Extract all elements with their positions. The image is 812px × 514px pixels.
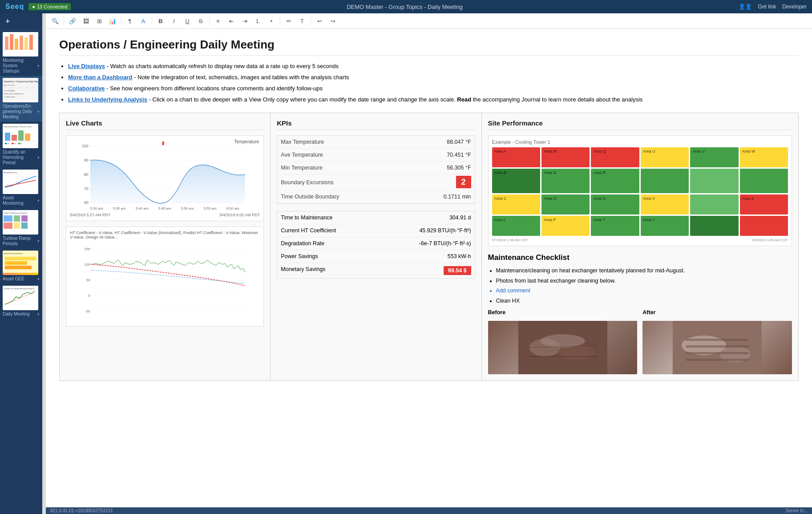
page-title: DEMO Master - Group Topics - Daily Meeti… [347,4,463,10]
kpi-row-ht-coefficient: Current HT Coefficient 45.929 BTU/(h·°F·… [277,224,474,237]
format-toolbar-btn[interactable]: T [296,15,308,27]
italic-toolbar-btn[interactable]: I [168,15,180,27]
svg-rect-84 [686,339,748,341]
bullet-links-underlying: Links to Underlying Analysis - Click on … [68,95,799,105]
sidebar-item-monitoring-system-startups[interactable]: MonitoringSystemStartups ▾ [0,30,42,76]
hm-cell-v: Area V [690,147,738,167]
temp-chart-dates: 5/4/2019 5:27 AM PDT 5/4/2019 6:02 AM PD… [70,213,260,217]
undo-toolbar-btn[interactable]: ↩ [314,15,325,27]
kpi-label-ht-coefficient: Current HT Coefficient [281,227,336,234]
sidebar-item-operations-engineering-daily-meeting[interactable]: Operations / Engineering Daily Mtg April… [0,76,42,122]
kpi-value-ave-temp: 70.451 °F [406,149,475,162]
bold-toolbar-btn[interactable]: B [155,15,166,27]
toolbar-sep-2 [121,16,121,25]
sidebar-resize-handle[interactable]: ⋮ [42,13,46,514]
temperature-chart[interactable]: Temperature 100 90 80 [66,135,264,221]
svg-text:100: 100 [82,144,89,148]
developer-btn[interactable]: Developer [782,4,807,10]
sidebar-label-3: Quantify anInterestingPeriod [3,150,25,166]
bullet-more-than-dashboard-text: - Note the integration of text, schemati… [134,74,349,81]
hm-cell-b: Area B [492,169,540,193]
indent-more-toolbar-btn[interactable]: ⇥ [239,15,250,27]
kpi-label-power-savings: Power Savings [281,253,318,259]
sidebar-label-row-3: Quantify anInterestingPeriod ▾ [3,150,40,166]
kpi-value-power-savings: 553 kW·h [448,253,471,259]
hm-cell-v3 [690,194,738,215]
maint-bullet-1: Maintenance/cleaning on heat exchanger t… [496,266,792,276]
temperature-chart-label: Temperature [234,139,259,144]
svg-text:100: 100 [84,263,90,267]
chart-toolbar-btn[interactable]: 📊 [107,15,118,27]
hm-cell-w: Area W [740,147,788,167]
hm-cell-z: Area Z [740,194,788,215]
site-performance-heatmap-wrapper: Example - Cooling Tower 1 Area A Area M … [488,135,792,246]
sidebar-label-row-5: Turbine RampPeriods ▾ [3,236,40,247]
search-toolbar-btn[interactable]: 🔍 [49,15,61,27]
toolbar: 🔍 🔗 🖼 ⊞ 📊 ¶ A B I U S ≡ ⇤ ⇥ 1. • ✏ T ↩ ↪ [46,13,812,29]
ht-coefficient-chart[interactable]: HT Coefficient - V-Value, HT Coefficient… [66,227,264,327]
hm-cell-u: Area U [641,147,689,167]
topbar-left: Seeq ● 13 Connected [5,3,71,11]
redo-toolbar-btn[interactable]: ↪ [327,15,339,27]
bullet-more-than-dashboard: More than a Dashboard - Note the integra… [68,73,799,82]
svg-text:6:00 am: 6:00 am [226,206,239,210]
kpi-row-monetary-savings: Monetary Savings 99.54 $ [277,263,474,278]
maintenance-title: Maintenance Checklist [488,253,792,262]
sidebar-item-daily-meeting[interactable]: Growth Curve Batch Monitoring Report Dai… [0,284,42,319]
kpi-label-boundary-excursions: Boundary Excursions [277,174,406,190]
hm-cell-r: Area R [591,169,639,193]
bullet-collaborative-text: - See how engineers from different locat… [106,85,323,92]
underline-toolbar-btn[interactable]: U [182,15,193,27]
add-button[interactable]: + [0,13,42,30]
sidebar-item-turbine-ramp-periods[interactable]: Cluster Performance & Values Turbine Ram… [0,208,42,249]
kpi-table-top: Max Temperature 88.047 °F Ave Temperatur… [277,136,474,203]
collaborative-link[interactable]: Collaborative [68,85,105,92]
svg-text:April 13, 2019: April 13, 2019 [4,84,15,86]
kpi-row-boundary-excursions: Boundary Excursions 2 [277,174,474,190]
svg-text:60: 60 [84,200,89,205]
site-performance-panel: Site Performance Example - Cooling Tower… [482,113,798,380]
indent-less-toolbar-btn[interactable]: ⇤ [226,15,237,27]
hm-cell-a: Area A [492,147,540,167]
svg-text:80: 80 [84,172,89,177]
links-underlying-link[interactable]: Links to Underlying Analysis [68,96,147,103]
svg-rect-43 [5,266,32,269]
get-link-btn[interactable]: Get link [758,4,776,10]
color-toolbar-btn[interactable]: A [137,15,149,27]
svg-rect-42 [5,261,27,265]
after-label: After [642,309,792,316]
align-toolbar-btn[interactable]: ≡ [212,15,224,27]
svg-rect-38 [21,223,28,229]
kpi-value-boundary-excursions: 2 [406,174,475,190]
sidebar-thumb-6: Batch Monitoring Report [3,251,38,275]
svg-text:50: 50 [86,278,90,282]
svg-text:Growth Curve Batch Monitoring : Growth Curve Batch Monitoring Report [4,287,35,290]
live-displays-link[interactable]: Live Displays [68,63,105,69]
kpi-value-degradation-rate: -6e-7 BTU/(h·°F·ft²·s) [419,240,471,247]
svg-text:70: 70 [84,186,89,191]
more-than-dashboard-link[interactable]: More than a Dashboard [68,74,132,81]
sidebar-item-asset-oee[interactable]: Batch Monitoring Report Asset OEE ▾ [0,249,42,284]
maint-bullet-3[interactable]: Add comment [496,286,792,296]
kpi-value-monetary-savings: 99.54 $ [444,266,471,275]
ordered-list-toolbar-btn[interactable]: 1. [252,15,264,27]
svg-rect-2 [10,34,13,50]
image-toolbar-btn[interactable]: 🖼 [80,15,92,27]
paragraph-toolbar-btn[interactable]: ¶ [124,15,136,27]
svg-rect-34 [4,223,12,229]
table-toolbar-btn[interactable]: ⊞ [93,15,105,27]
kpi-label-max-temp: Max Temperature [277,136,406,149]
highlight-toolbar-btn[interactable]: ✏ [283,15,295,27]
hm-cell-r2 [641,169,689,193]
hm-cell-m: Area M [541,147,590,167]
sidebar-label-1: MonitoringSystemStartups [3,58,24,74]
strikethrough-toolbar-btn[interactable]: S [195,15,206,27]
link-toolbar-btn[interactable]: 🔗 [67,15,78,27]
sidebar-item-quantify-interesting-period[interactable]: Potential Savings in Periods of Two... A… [0,122,42,168]
sidebar-item-asset-monitoring[interactable]: Asset Monitoring AssetMonitoring ▾ [0,168,42,208]
unordered-list-toolbar-btn[interactable]: • [266,15,277,27]
before-after-labels: Before After [488,309,792,316]
kpi-row-time-outside: Time Outside Boundary 0.1711 min [277,190,474,203]
toolbar-sep-4 [209,16,210,25]
heatmap-ts-end: 3/9/2016 1:06 AM CST [752,238,788,242]
